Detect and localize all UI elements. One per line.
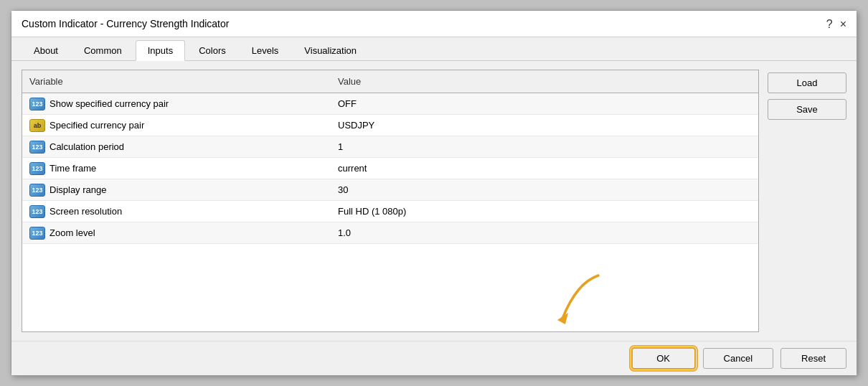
row-value: 1	[331, 138, 758, 155]
variable-label: Calculation period	[49, 141, 124, 152]
column-value-header: Value	[331, 73, 748, 90]
variable-label: Zoom level	[49, 227, 95, 238]
load-button[interactable]: Load	[768, 72, 846, 93]
dialog: Custom Indicator - Currency Strength Ind…	[11, 10, 857, 376]
row-value: current	[331, 160, 758, 176]
row-value: 30	[331, 182, 758, 198]
table-row[interactable]: 123 Screen resolution Full HD (1 080p)	[22, 201, 758, 222]
cancel-button[interactable]: Cancel	[703, 348, 773, 369]
table-header: Variable Value	[22, 70, 758, 93]
table-wrapper: Variable Value 123 Show specified curren…	[22, 70, 759, 332]
variable-label: Specified currency pair	[49, 120, 144, 131]
content-area: Variable Value 123 Show specified curren…	[11, 61, 857, 341]
table-row[interactable]: 123 Zoom level 1.0	[22, 222, 758, 244]
tab-common[interactable]: Common	[72, 40, 134, 60]
table-row[interactable]: 123 Show specified currency pair OFF	[22, 93, 758, 115]
row-variable: 123 Show specified currency pair	[22, 95, 331, 113]
bottom-bar: OK Cancel Reset	[11, 341, 857, 375]
row-variable: ab Specified currency pair	[22, 116, 331, 135]
save-button[interactable]: Save	[768, 99, 846, 120]
variable-label: Time frame	[49, 163, 96, 174]
type-icon-123: 123	[29, 141, 45, 154]
tabs-row: AboutCommonInputsColorsLevelsVisualizati…	[11, 37, 857, 61]
close-icon[interactable]: ×	[840, 18, 846, 31]
type-icon-123: 123	[29, 227, 45, 240]
row-variable: 123 Screen resolution	[22, 202, 331, 221]
row-value: 1.0	[331, 225, 758, 241]
table-row[interactable]: ab Specified currency pair USDJPY	[22, 115, 758, 136]
type-icon-ab: ab	[29, 119, 45, 132]
variable-label: Display range	[49, 184, 107, 195]
title-icons: ? ×	[826, 18, 846, 37]
row-variable: 123 Display range	[22, 181, 331, 199]
table-row[interactable]: 123 Time frame current	[22, 158, 758, 179]
row-value: Full HD (1 080p)	[331, 203, 758, 220]
tab-about[interactable]: About	[22, 40, 70, 60]
reset-button[interactable]: Reset	[780, 348, 846, 369]
type-icon-123: 123	[29, 162, 45, 175]
variable-label: Show specified currency pair	[49, 98, 169, 109]
help-icon[interactable]: ?	[826, 18, 833, 31]
dialog-title: Custom Indicator - Currency Strength Ind…	[22, 18, 229, 35]
row-value: OFF	[331, 95, 758, 112]
side-buttons: Load Save	[768, 70, 846, 332]
table-body: 123 Show specified currency pair OFF ab …	[22, 93, 758, 331]
tab-visualization[interactable]: Visualization	[292, 40, 369, 60]
tab-colors[interactable]: Colors	[187, 40, 238, 60]
column-variable-header: Variable	[22, 73, 331, 90]
type-icon-123: 123	[29, 98, 45, 110]
row-variable: 123 Zoom level	[22, 224, 331, 243]
variable-label: Screen resolution	[49, 206, 122, 217]
title-bar: Custom Indicator - Currency Strength Ind…	[11, 11, 857, 37]
tab-inputs[interactable]: Inputs	[136, 40, 185, 61]
tab-levels[interactable]: Levels	[240, 40, 291, 60]
table-row[interactable]: 123 Calculation period 1	[22, 136, 758, 158]
ok-button[interactable]: OK	[631, 347, 696, 369]
row-variable: 123 Calculation period	[22, 138, 331, 156]
row-value: USDJPY	[331, 117, 758, 133]
table-row[interactable]: 123 Display range 30	[22, 179, 758, 201]
row-variable: 123 Time frame	[22, 159, 331, 178]
type-icon-123: 123	[29, 205, 45, 218]
type-icon-123: 123	[29, 184, 45, 197]
